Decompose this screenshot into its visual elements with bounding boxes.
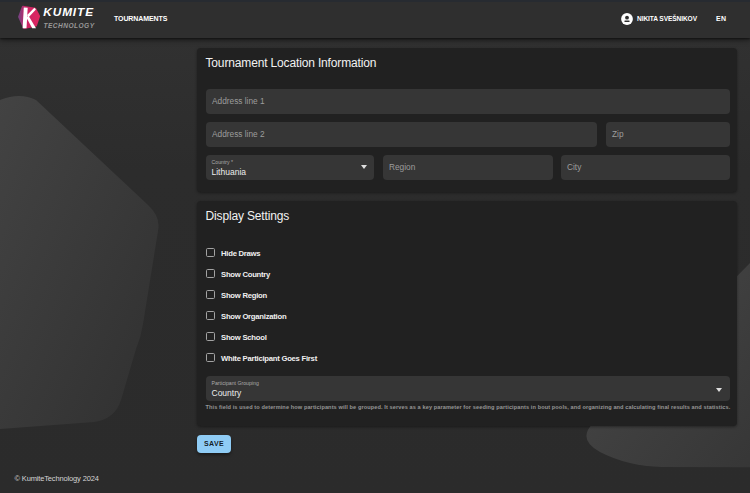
svg-text:KUMITE: KUMITE <box>43 5 94 19</box>
svg-text:TECHNOLOGY: TECHNOLOGY <box>44 22 95 29</box>
